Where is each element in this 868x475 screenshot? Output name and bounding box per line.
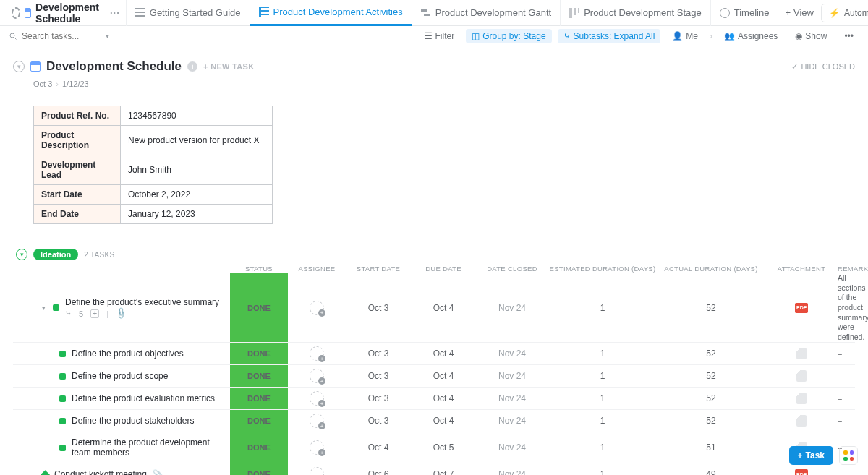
attachment-icon[interactable]: 📎 [153,469,163,475]
remarks[interactable]: – [838,416,855,427]
task-name[interactable]: Define the product scope [72,371,168,381]
add-assignee-icon[interactable] [310,301,324,315]
tab-getting-started[interactable]: Getting Started Guide [126,0,250,26]
attachment-cell[interactable] [765,348,838,359]
start-date[interactable]: Oct 3 [346,393,411,403]
act-duration[interactable]: 52 [657,416,765,426]
act-duration[interactable]: 52 [657,348,765,359]
remarks[interactable]: – [838,394,855,404]
expand-button[interactable]: ▾ [42,304,47,312]
task-name[interactable]: Determine the product development team m… [72,437,216,458]
task-row[interactable]: Define the product stakeholders DONE Oct… [13,409,855,432]
add-assignee-icon[interactable] [310,346,324,361]
overflow-menu[interactable]: ••• [838,29,859,43]
attachment-cell[interactable]: PDF [765,469,838,475]
date-closed[interactable]: Nov 24 [476,416,548,426]
est-duration[interactable]: 1 [548,469,657,475]
apps-button[interactable] [839,446,858,465]
act-duration[interactable]: 52 [657,303,765,313]
assignee-cell[interactable] [288,391,346,406]
attachment-cell[interactable] [765,393,838,404]
status-cell[interactable]: DONE [230,388,288,409]
act-duration[interactable]: 52 [657,393,765,403]
status-cell[interactable]: DONE [230,343,288,364]
add-assignee-icon[interactable] [310,467,324,475]
start-date[interactable]: Oct 3 [346,371,411,381]
status-cell[interactable]: DONE [230,410,288,432]
assignee-cell[interactable] [288,346,346,361]
status-cell[interactable]: DONE [230,463,288,475]
automate-button[interactable]: ⚡Automate▾ [821,4,868,22]
assignee-cell[interactable] [288,414,346,428]
chevron-down-icon[interactable]: ▾ [106,32,109,40]
group-badge[interactable]: Ideation [33,249,78,260]
task-row[interactable]: Define the product objectives DONE Oct 3… [13,342,855,364]
attachment-icon[interactable]: 📎 [114,307,127,320]
add-assignee-icon[interactable] [310,414,324,428]
status-square-icon[interactable] [59,445,66,451]
new-task-button[interactable]: + NEW TASK [203,62,254,71]
act-duration[interactable]: 51 [657,442,765,453]
due-date[interactable]: Oct 4 [411,348,476,359]
date-closed[interactable]: Nov 24 [476,303,548,313]
add-view-button[interactable]: +View [778,7,821,18]
assignee-cell[interactable] [288,369,346,383]
add-assignee-icon[interactable] [310,440,324,455]
collapse-group-button[interactable]: ▾ [16,249,27,260]
status-square-icon[interactable] [59,373,66,380]
task-name[interactable]: Define the product evaluation metrics [72,393,215,403]
status-square-icon[interactable] [59,418,66,424]
start-date[interactable]: Oct 6 [346,469,411,475]
attachment-cell[interactable] [765,370,838,382]
filter-button[interactable]: ☰Filter [419,29,461,43]
start-date[interactable]: Oct 3 [346,303,411,313]
attachment-cell[interactable]: PDF [765,303,838,313]
due-date[interactable]: Oct 5 [411,442,476,453]
start-date[interactable]: Oct 3 [346,348,411,359]
add-assignee-icon[interactable] [310,391,324,406]
est-duration[interactable]: 1 [548,393,657,403]
assignee-cell[interactable] [288,467,346,475]
hide-closed-button[interactable]: ✓HIDE CLOSED [791,62,855,72]
group-by-button[interactable]: ◫Group by: Stage [466,29,551,43]
show-button[interactable]: ◉Show [789,29,833,43]
start-date[interactable]: Oct 3 [346,416,411,426]
status-square-icon[interactable] [53,304,59,311]
due-date[interactable]: Oct 4 [411,371,476,381]
est-duration[interactable]: 1 [548,416,657,426]
remarks[interactable]: – [838,470,855,475]
est-duration[interactable]: 1 [548,371,657,381]
due-date[interactable]: Oct 4 [411,303,476,313]
remarks[interactable]: – [838,349,855,359]
remarks[interactable]: All sections of the product summary were… [838,273,868,342]
due-date[interactable]: Oct 4 [411,416,476,426]
collapse-list-button[interactable]: ▾ [13,61,25,72]
status-cell[interactable]: DONE [230,273,288,342]
est-duration[interactable]: 1 [548,442,657,453]
new-task-fab[interactable]: +Task [789,446,833,465]
task-row[interactable]: Define the product scope DONE Oct 3Oct 4… [13,364,855,387]
est-duration[interactable]: 1 [548,348,657,359]
status-cell[interactable]: DONE [230,365,288,387]
add-subtask-button[interactable]: + [90,309,99,318]
more-menu[interactable]: ··· [110,7,120,18]
assignees-button[interactable]: 👥Assignees [718,29,783,43]
search-box[interactable]: ▾ [9,31,117,41]
task-name[interactable]: Define the product stakeholders [72,416,194,426]
task-row[interactable]: Conduct kickoff meeting📎 DONE Oct 6Oct 7… [13,463,855,475]
status-cell[interactable]: DONE [230,432,288,463]
act-duration[interactable]: 49 [657,469,765,475]
date-closed[interactable]: Nov 24 [476,442,548,453]
tab-gantt[interactable]: Product Development Gantt [412,0,560,26]
tab-activities[interactable]: Product Development Activities [250,0,412,26]
add-assignee-icon[interactable] [310,369,324,383]
task-name[interactable]: Define the product objectives [72,348,184,359]
tab-timeline[interactable]: Timeline [710,0,778,26]
milestone-icon[interactable] [41,470,50,475]
status-square-icon[interactable] [59,395,66,402]
search-input[interactable] [22,31,101,41]
assignee-cell[interactable] [288,301,346,315]
attachment-cell[interactable] [765,415,838,427]
tab-stage[interactable]: Product Development Stage [560,0,710,26]
group-header[interactable]: ▾ Ideation 2 TASKS [16,249,855,260]
